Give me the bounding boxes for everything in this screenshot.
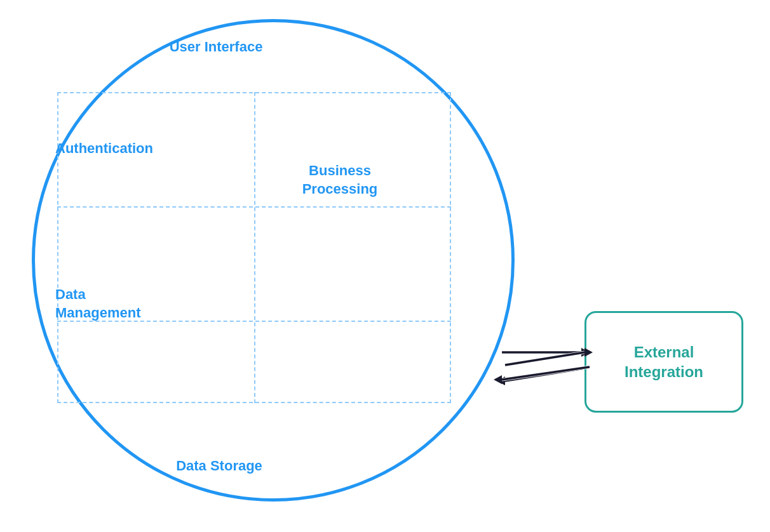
svg-marker-3 [497, 376, 505, 385]
horizontal-divider-upper [57, 206, 451, 208]
svg-marker-9 [494, 375, 502, 384]
diagram-container: User Interface Authentication BusinessPr… [0, 0, 770, 532]
label-authentication: Authentication [55, 140, 220, 158]
svg-line-2 [505, 368, 584, 381]
label-data-management: DataManagement [55, 286, 208, 322]
external-integration-box: ExternalIntegration [584, 311, 743, 413]
svg-line-5 [505, 352, 584, 365]
label-data-storage: Data Storage [137, 457, 302, 475]
external-integration-label: ExternalIntegration [625, 342, 703, 382]
data-management-text: DataManagement [55, 286, 140, 321]
label-business-processing: BusinessProcessing [273, 162, 407, 198]
business-processing-text: BusinessProcessing [302, 163, 378, 197]
vertical-divider [254, 92, 255, 403]
svg-line-4 [505, 352, 584, 365]
svg-line-7 [502, 367, 590, 380]
label-user-interface: User Interface [127, 38, 305, 57]
svg-line-8 [502, 367, 590, 380]
